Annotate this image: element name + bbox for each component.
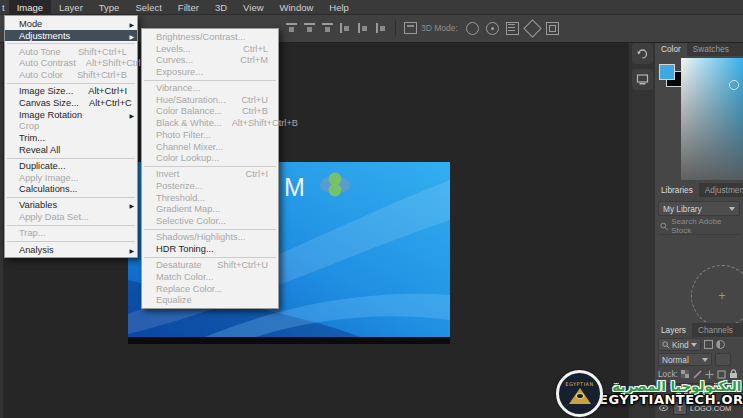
menu-item-label: Image Rotation — [19, 110, 82, 120]
photoshop-window: t Image Layer Type Select Filter 3D View… — [0, 0, 743, 418]
align-top-edges-icon[interactable] — [286, 23, 297, 33]
menu-item[interactable]: Replace Color... — [142, 283, 278, 295]
menu-item[interactable]: Variables — [5, 200, 137, 212]
3d-slide-icon[interactable] — [523, 19, 541, 37]
menu-item[interactable]: Levels... Ctrl+L — [142, 43, 278, 55]
menu-item[interactable]: HDR Toning... — [142, 243, 278, 255]
color-swatch-stack — [659, 64, 683, 88]
opacity-field[interactable] — [715, 353, 731, 366]
menu-item[interactable]: Threshold... — [142, 192, 278, 204]
properties-panel-icon[interactable] — [632, 69, 653, 90]
libraries-panel: Libraries Adjustments St My Library Sear… — [655, 183, 743, 323]
menu-bar-item[interactable]: Type — [91, 0, 128, 14]
pixel-layer-filter-icon[interactable] — [704, 340, 713, 349]
3d-orbit-icon[interactable] — [466, 22, 479, 35]
menu-item[interactable]: Color Lookup... — [142, 152, 278, 164]
menu-item[interactable]: Reveal All — [5, 144, 137, 156]
menu-item[interactable]: Black & White... Alt+Shift+Ctrl+B — [142, 117, 278, 129]
libraries-panel-tabs: Libraries Adjustments St — [655, 183, 743, 197]
menu-item[interactable]: Calculations... — [5, 183, 137, 195]
panel-tab[interactable]: Libraries — [655, 183, 699, 197]
menu-item[interactable]: Trap... — [5, 228, 137, 240]
distribute-right-edges-icon[interactable] — [376, 23, 387, 33]
menu-item[interactable]: Auto Color Shift+Ctrl+B — [5, 69, 137, 81]
menu-item[interactable]: Analysis — [5, 244, 137, 256]
menu-item[interactable]: Photo Filter... — [142, 129, 278, 141]
history-panel-icon[interactable] — [632, 43, 653, 64]
distribute-horizontal-centers-icon[interactable] — [358, 23, 369, 33]
menu-item-label: Threshold... — [156, 193, 205, 203]
panel-tab[interactable]: Channels — [692, 323, 739, 337]
menu-item[interactable]: Channel Mixer... — [142, 141, 278, 153]
library-name: My Library — [663, 204, 702, 214]
menu-item[interactable]: Hue/Saturation... Ctrl+U — [142, 94, 278, 106]
menu-bar-item[interactable]: Image — [9, 0, 51, 14]
menu-item[interactable]: Brightness/Contrast... — [142, 31, 278, 43]
menu-item[interactable]: Gradient Map... — [142, 204, 278, 216]
submenu-arrow-icon — [127, 31, 134, 41]
menu-bar-item[interactable]: Help — [321, 0, 357, 14]
blend-mode-select[interactable]: Normal — [658, 353, 712, 366]
menu-item[interactable]: Mode — [5, 18, 137, 30]
menu-item[interactable]: Auto Contrast Alt+Shift+Ctrl+L — [5, 58, 137, 70]
menu-item[interactable]: Color Balance... Ctrl+B — [142, 106, 278, 118]
panel-tab[interactable]: Color — [655, 42, 687, 56]
panel-tab[interactable]: Paths — [739, 323, 743, 337]
menu-item[interactable]: Desaturate Shift+Ctrl+U — [142, 259, 278, 271]
menu-item[interactable]: Invert Ctrl+I — [142, 169, 278, 181]
menu-item-label: Canvas Size... — [19, 98, 79, 108]
menu-item[interactable]: Adjustments — [5, 30, 137, 42]
distribute-left-edges-icon[interactable] — [340, 23, 351, 33]
menu-bar-item[interactable]: 3D — [207, 0, 235, 14]
cropped-edit-menu-fragment[interactable]: t — [0, 2, 9, 13]
color-field[interactable] — [681, 58, 743, 180]
foreground-color-swatch[interactable] — [659, 64, 675, 80]
chevron-down-icon — [691, 343, 697, 347]
menu-bar-item[interactable]: Layer — [51, 0, 91, 14]
menu-item[interactable]: Match Color... — [142, 271, 278, 283]
layer-filter-kind-select[interactable]: Kind — [658, 338, 701, 351]
menu-item-label: Shadows/Highlights... — [156, 232, 245, 242]
menu-item[interactable]: Trim... — [5, 132, 137, 144]
menu-bar-item[interactable]: Filter — [170, 0, 207, 14]
menu-item[interactable]: Curves... Ctrl+M — [142, 54, 278, 66]
align-vertical-centers-icon[interactable] — [304, 23, 315, 33]
auto-select-options-icon[interactable] — [404, 22, 417, 34]
menu-item[interactable]: Apply Data Set... — [5, 211, 137, 223]
menu-item[interactable]: Apply Image... — [5, 172, 137, 184]
menu-item[interactable]: Canvas Size... Alt+Ctrl+C — [5, 97, 137, 109]
menu-bar: t Image Layer Type Select Filter 3D View… — [0, 0, 743, 15]
menu-bar-item[interactable]: Select — [127, 0, 169, 14]
menu-item[interactable]: Image Size... Alt+Ctrl+I — [5, 85, 137, 97]
menu-item[interactable]: Exposure... — [142, 66, 278, 78]
menu-item[interactable]: Posterize... — [142, 180, 278, 192]
3d-scale-icon[interactable] — [546, 22, 559, 35]
menu-item[interactable]: Vibrance... — [142, 82, 278, 94]
align-bottom-edges-icon[interactable] — [322, 23, 333, 33]
panel-tab[interactable]: Layers — [655, 323, 692, 337]
menu-bar-item[interactable]: View — [235, 0, 271, 14]
menu-item[interactable]: Selective Color... — [142, 215, 278, 227]
color-panel-tabs: Color Swatches — [655, 42, 743, 56]
adjustment-layer-filter-icon[interactable] — [716, 340, 725, 349]
kind-label: Kind — [672, 340, 689, 350]
3d-roll-icon[interactable] — [486, 22, 499, 35]
panel-tab[interactable]: Swatches — [687, 42, 735, 56]
menu-bar-item[interactable]: Window — [272, 0, 322, 14]
chevron-down-icon — [702, 358, 708, 362]
menu-item[interactable]: Crop — [5, 121, 137, 133]
library-select[interactable]: My Library — [658, 201, 740, 216]
submenu-arrow-icon — [127, 19, 134, 29]
submenu-arrow-icon — [127, 200, 134, 210]
menu-item[interactable]: Image Rotation — [5, 109, 137, 121]
3d-pan-icon[interactable] — [506, 22, 519, 35]
color-field-selector[interactable] — [729, 80, 739, 90]
menu-item[interactable]: Auto Tone Shift+Ctrl+L — [5, 46, 137, 58]
menu-item[interactable]: Shadows/Highlights... — [142, 232, 278, 244]
menu-item[interactable]: Equalize — [142, 294, 278, 306]
menu-item[interactable]: Duplicate... — [5, 160, 137, 172]
3d-mode-label: 3D Mode: — [421, 23, 458, 33]
library-search-input[interactable]: Search Adobe Stock — [658, 220, 740, 235]
library-drop-target[interactable]: + — [691, 265, 743, 327]
panel-tab[interactable]: Adjustments — [699, 183, 743, 197]
